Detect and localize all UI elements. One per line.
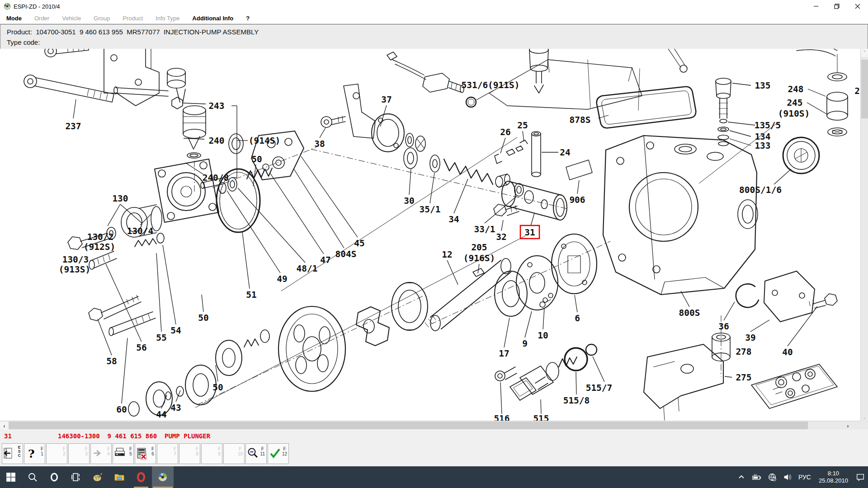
scroll-down-button[interactable]: ˎ [861,412,868,420]
part-label-1302[interactable]: 130/2 [87,232,114,242]
part-label-1303[interactable]: 130/3 [62,254,89,265]
part-label-243[interactable]: 243 [208,101,224,111]
part-label-60[interactable]: 60 [116,404,127,415]
part-label-914S[interactable]: (914S) [249,136,280,146]
part-label-481[interactable]: 48/1 [297,263,318,274]
part-label-275[interactable]: 275 [736,372,751,383]
menu-item-mode[interactable]: Mode [0,15,28,22]
part-label-240[interactable]: 240 [208,136,224,146]
menu-item-additional-info[interactable]: Additional Info [186,15,240,22]
f2-button[interactable]: F 2 [46,443,67,464]
action-center-icon[interactable] [853,466,868,488]
menu-item-group[interactable]: Group [87,15,116,22]
taskbar-file-explorer-icon[interactable] [108,466,130,488]
taskbar-search-icon[interactable] [22,466,43,488]
scroll-left-button[interactable]: ‹ [0,422,9,430]
part-label-245[interactable]: 245 [787,98,802,108]
part-label-1355[interactable]: 135/5 [755,120,781,131]
part-label-36[interactable]: 36 [718,321,729,332]
part-label-58[interactable]: 58 [106,356,117,366]
battery-icon[interactable] [749,466,764,488]
f1-button-help[interactable]: ?F 1 [24,443,45,464]
part-label-800S16[interactable]: 800S/1/6 [739,185,782,195]
volume-icon[interactable] [780,466,795,488]
part-label-135[interactable]: 135 [755,80,770,91]
part-label-916S[interactable]: (916S) [463,253,495,263]
taskbar-espi-icon[interactable] [152,466,174,488]
part-label-50[interactable]: 50 [251,154,262,164]
f7-button[interactable]: F 7 [157,443,178,464]
part-label-50[interactable]: 50 [212,382,223,393]
taskbar-task-view-icon[interactable] [65,466,87,488]
part-label-5316911S[interactable]: 531/6(911S) [461,80,519,90]
horizontal-scrollbar[interactable]: ‹ › [0,421,860,430]
part-label-24[interactable]: 24 [560,147,570,158]
part-label-2408[interactable]: 240/8 [203,173,229,183]
part-label-133[interactable]: 133 [755,141,770,151]
part-label-17[interactable]: 17 [499,348,509,359]
menu-item-product[interactable]: Product [116,15,149,22]
part-label-278[interactable]: 278 [736,347,751,357]
part-label-34[interactable]: 34 [448,214,459,225]
part-label-515[interactable]: 515 [533,413,549,421]
network-globe-icon[interactable] [764,466,780,488]
part-label-237[interactable]: 237 [65,121,81,131]
part-label-12[interactable]: 12 [442,249,452,260]
f12-button-check[interactable]: F 12 [268,443,289,464]
f8-button[interactable]: F 8 [179,443,200,464]
part-label-800S[interactable]: 800S [679,308,700,318]
part-label-26[interactable]: 26 [500,127,510,137]
horizontal-scroll-thumb[interactable] [9,422,808,429]
part-label-44[interactable]: 44 [156,409,166,420]
f9-button[interactable]: F 9 [201,443,222,464]
part-label-910S[interactable]: (910S) [778,108,810,119]
menu-item-order[interactable]: Order [28,15,56,22]
part-label-10[interactable]: 10 [538,330,548,341]
part-label-9[interactable]: 9 [522,338,528,349]
part-label-45[interactable]: 45 [354,238,364,249]
part-label-906[interactable]: 906 [569,195,585,205]
part-label-37[interactable]: 37 [381,94,392,105]
tray-expand-icon[interactable] [734,466,749,488]
f5-button-printer[interactable]: F 5 [113,443,134,464]
start-button[interactable] [0,466,22,488]
language-indicator[interactable]: РУС [795,466,814,488]
part-label-49[interactable]: 49 [277,274,287,284]
menu-item-vehicle[interactable]: Vehicle [56,15,87,22]
part-label-30[interactable]: 30 [404,196,414,206]
close-button[interactable] [847,0,868,13]
part-label-38[interactable]: 38 [314,139,325,149]
restore-button[interactable] [826,0,847,13]
part-label-913S[interactable]: (913S) [59,264,90,275]
f3-button[interactable]: F 3 [68,443,90,464]
part-label-2[interactable]: 2 [854,86,860,96]
part-label-5158[interactable]: 515/8 [563,395,590,406]
part-label-878S[interactable]: 878S [570,115,591,125]
esc-button-exit[interactable]: 2ESC [2,443,23,464]
minimize-button[interactable] [806,0,826,13]
f11-button-zoom-out[interactable]: F 11 [245,443,267,464]
part-label-130[interactable]: 130 [112,193,128,204]
part-label-25[interactable]: 25 [517,120,528,131]
f4-button-arrow[interactable]: F 4 [90,443,112,464]
clock[interactable]: 8:1025.08.2010 [814,466,853,488]
menu-item-?[interactable]: ? [240,15,256,22]
part-label-248[interactable]: 248 [788,84,803,94]
part-label-47[interactable]: 47 [320,255,330,265]
part-label-43[interactable]: 43 [170,403,181,413]
taskbar-opera-icon[interactable] [130,466,152,488]
menu-item-info-type[interactable]: Info Type [149,15,186,22]
part-label-6[interactable]: 6 [575,313,580,324]
part-label-31-selected[interactable]: 31 [524,227,535,238]
taskbar-cortana-icon[interactable] [43,466,65,488]
part-label-5157[interactable]: 515/7 [586,383,613,393]
part-label-55[interactable]: 55 [156,333,166,343]
f6-button-doc-x[interactable]: F 6 [135,443,156,464]
part-label-51[interactable]: 51 [246,290,256,300]
part-label-804S[interactable]: 804S [335,249,357,259]
part-label-40[interactable]: 40 [782,347,793,357]
part-label-32[interactable]: 32 [496,232,506,242]
part-label-54[interactable]: 54 [170,325,181,336]
vertical-scroll-thumb[interactable] [861,60,868,118]
f10-button[interactable]: F 10 [223,443,245,464]
